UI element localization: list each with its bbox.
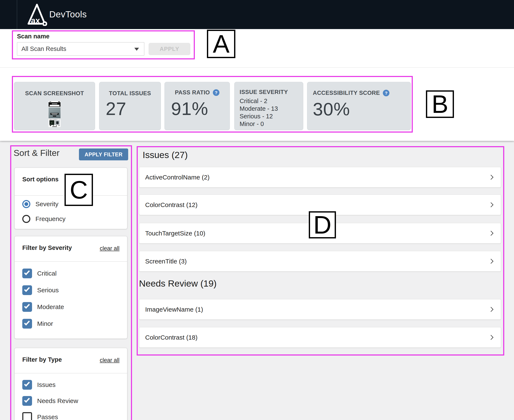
issue-row-activecontrolname[interactable]: ActiveControlName (2) [139, 167, 501, 188]
help-icon[interactable]: ? [213, 89, 219, 96]
chevron-right-icon [488, 259, 493, 264]
pass-ratio-title: PASS RATIO [175, 89, 210, 96]
scan-name-dropdown-value: All Scan Results [22, 45, 66, 52]
severity-critical-count: Critical - 2 [240, 97, 303, 105]
phone-bottom-nav [49, 125, 60, 127]
filter-severity-panel: Filter by Severity clear all Critical Se… [15, 236, 127, 339]
phone-product-image [55, 120, 60, 125]
filter-severity-title: Filter by Severity [22, 244, 72, 251]
phone-hero-button [53, 116, 56, 117]
filter-checkbox-critical[interactable]: Critical [22, 269, 57, 278]
severity-moderate-count: Moderate - 13 [240, 105, 303, 112]
annotation-label-c: C [65, 174, 93, 206]
app-header: ax DevTools [0, 0, 514, 29]
sort-radio-frequency[interactable]: Frequency [22, 215, 66, 223]
checkbox-checked-icon [22, 269, 32, 278]
scan-name-dropdown[interactable]: All Scan Results [17, 42, 144, 56]
checkmark-icon [24, 303, 30, 309]
panel-divider [15, 261, 127, 262]
filter-type-title: Filter by Type [22, 356, 62, 363]
needs-review-row-imageviewname[interactable]: ImageViewName (1) [139, 299, 501, 320]
filter-checkbox-minor[interactable]: Minor [22, 319, 53, 329]
phone-see-all-label: See all [57, 119, 60, 120]
phone-caption-line [52, 114, 57, 114]
severity-minor-count: Minor - 0 [240, 120, 303, 128]
issue-row-screentitle[interactable]: ScreenTitle (3) [139, 251, 501, 271]
clear-all-type-link[interactable]: clear all [100, 357, 120, 364]
needs-review-row-colorcontrast[interactable]: ColorContrast (18) [139, 327, 501, 348]
filter-checkbox-needs-review[interactable]: Needs Review [22, 396, 78, 406]
filter-option-label: Moderate [37, 303, 64, 311]
pass-ratio-value: 91% [171, 98, 208, 119]
filter-checkbox-issues[interactable]: Issues [22, 380, 56, 390]
filter-option-label: Needs Review [37, 397, 78, 405]
filter-checkbox-passes[interactable]: Passes [22, 412, 58, 420]
radio-unselected-icon [22, 215, 30, 223]
issue-row-label: ActiveControlName (2) [145, 174, 210, 181]
phone-product-image [49, 120, 54, 125]
filter-type-panel: Filter by Type clear all Issues Needs Re… [15, 348, 127, 420]
filter-option-label: Minor [37, 320, 53, 327]
accessibility-score-value: 30% [313, 99, 350, 120]
phone-hero-image [49, 107, 60, 118]
issue-row-label: TouchTargetSize (10) [145, 230, 205, 237]
phone-brand-text [52, 104, 57, 104]
axe-devtools-scan-results-page: { "header": { "brand": "DevTools" }, "an… [0, 0, 514, 420]
filter-option-label: Passes [37, 413, 58, 420]
issue-row-label: ColorContrast (12) [145, 201, 197, 209]
checkbox-checked-icon [22, 302, 32, 312]
checkmark-icon [24, 320, 30, 326]
chevron-right-icon [488, 202, 493, 207]
sort-option-label: Severity [35, 201, 58, 208]
sort-options-title: Sort options [22, 176, 59, 183]
phone-clock [49, 101, 51, 102]
clear-all-severity-link[interactable]: clear all [100, 245, 120, 252]
filter-option-label: Serious [37, 287, 59, 294]
sort-radio-severity[interactable]: Severity [22, 200, 58, 208]
scan-screenshot-title: SCAN SCREENSHOT [14, 90, 95, 97]
sort-filter-title: Sort & Filter [14, 148, 60, 158]
accessibility-score-card: ACCESSIBILITY SCORE ? 30% [307, 82, 411, 130]
phone-home-indicator [52, 127, 57, 127]
issue-severity-card: ISSUE SEVERITY Critical - 2 Moderate - 1… [234, 82, 303, 130]
checkmark-icon [24, 269, 30, 275]
checkmark-icon [24, 381, 30, 387]
accessibility-score-title: ACCESSIBILITY SCORE [313, 90, 380, 96]
chevron-right-icon [488, 175, 493, 180]
issue-row-label: ColorContrast (18) [145, 334, 197, 341]
dropdown-caret-icon [134, 48, 139, 51]
filter-option-label: Critical [37, 270, 57, 277]
issues-heading: Issues (27) [143, 150, 188, 160]
filter-checkbox-moderate[interactable]: Moderate [22, 302, 64, 312]
issue-row-label: ScreenTitle (3) [145, 258, 187, 265]
scan-name-label: Scan name [17, 33, 49, 40]
total-issues-title: TOTAL ISSUES [99, 90, 161, 97]
total-issues-value: 27 [106, 98, 127, 119]
radio-selected-icon [22, 200, 30, 208]
filter-option-label: Issues [37, 381, 56, 388]
annotation-label-b: B [426, 90, 454, 118]
phone-nav-item [53, 125, 54, 126]
total-issues-card: TOTAL ISSUES 27 [99, 82, 161, 130]
apply-filter-button[interactable]: APPLY FILTER [79, 149, 128, 160]
phone-nav-item [58, 125, 60, 126]
phone-nav-item [50, 125, 51, 126]
brand-name: DevTools [49, 9, 87, 20]
help-icon[interactable]: ? [383, 90, 389, 96]
phone-hero-caption [50, 113, 59, 115]
apply-button[interactable]: APPLY [149, 43, 190, 55]
chevron-right-icon [488, 335, 493, 340]
filter-checkbox-serious[interactable]: Serious [22, 285, 59, 295]
phone-search-field [50, 105, 60, 106]
sort-option-label: Frequency [35, 215, 66, 223]
scan-screenshot-thumbnail[interactable]: Most popular See all [49, 101, 60, 127]
checkmark-icon [24, 286, 30, 292]
annotation-label-a: A [207, 30, 235, 58]
phone-product-detail [51, 122, 52, 123]
phone-most-popular-row: Most popular See all [49, 118, 60, 120]
phone-product-detail [56, 121, 59, 124]
scan-screenshot-card: SCAN SCREENSHOT Most popular See all [14, 82, 95, 130]
phone-nav-item [56, 125, 57, 126]
checkbox-unchecked-icon [22, 412, 32, 420]
svg-text:ax: ax [31, 16, 40, 25]
